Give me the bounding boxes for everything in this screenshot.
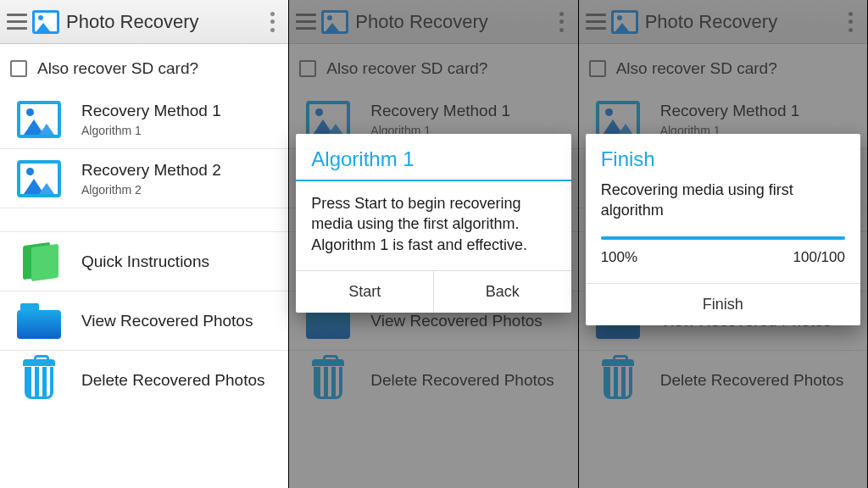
view-label: View Recovered Photos xyxy=(81,312,253,330)
sd-card-checkbox-row[interactable]: Also recover SD card? xyxy=(0,44,288,90)
sd-card-label: Also recover SD card? xyxy=(37,59,198,78)
progress-bar xyxy=(601,236,845,240)
menu-icon[interactable] xyxy=(7,12,27,32)
dialog-body: Recovering media using first algorithm 1… xyxy=(586,175,860,283)
start-button[interactable]: Start xyxy=(296,271,434,313)
progress-dialog: Finish Recovering media using first algo… xyxy=(586,134,860,325)
delete-recovered-row[interactable]: Delete Recovered Photos xyxy=(0,351,288,410)
method-1-sub: Algorithm 1 xyxy=(81,124,221,137)
book-icon xyxy=(19,242,58,281)
progress-count: 100/100 xyxy=(793,248,845,268)
dialog-title: Algorithm 1 xyxy=(296,134,570,180)
titlebar: Photo Recovery xyxy=(0,0,288,44)
dialog-title: Finish xyxy=(586,134,860,175)
dialog-button-row: Start Back xyxy=(296,270,570,313)
quick-instructions-row[interactable]: Quick Instructions xyxy=(0,232,288,291)
algorithm-dialog: Algorithm 1 Press Start to begin recover… xyxy=(296,134,570,313)
delete-label: Delete Recovered Photos xyxy=(81,371,265,390)
photo-icon xyxy=(17,160,61,197)
app-logo-icon xyxy=(32,10,59,34)
photo-icon xyxy=(17,101,61,138)
method-1-row[interactable]: Recovery Method 1 Algorithm 1 xyxy=(0,90,288,149)
dialog-button-row: Finish xyxy=(586,283,860,325)
section-gap xyxy=(0,208,288,232)
screen-start-dialog: Photo Recovery Also recover SD card? Rec… xyxy=(289,0,578,488)
content: Also recover SD card? Recovery Method 1 … xyxy=(0,44,288,488)
method-2-title: Recovery Method 2 xyxy=(81,161,221,180)
trash-icon xyxy=(19,359,58,402)
checkbox-icon[interactable] xyxy=(10,60,27,77)
back-button[interactable]: Back xyxy=(434,271,571,313)
screen-base: Photo Recovery Also recover SD card? Rec… xyxy=(0,0,289,488)
progress-values: 100% 100/100 xyxy=(601,248,845,268)
instructions-label: Quick Instructions xyxy=(81,252,209,271)
finish-button[interactable]: Finish xyxy=(586,284,860,325)
folder-icon xyxy=(17,303,61,339)
dialog-body: Press Start to begin recovering media us… xyxy=(296,181,570,270)
view-recovered-row[interactable]: View Recovered Photos xyxy=(0,291,288,351)
overflow-icon[interactable] xyxy=(264,10,280,34)
app-title: Photo Recovery xyxy=(66,11,199,33)
progress-message: Recovering media using first algorithm xyxy=(601,180,845,221)
screen-finish-dialog: Photo Recovery Also recover SD card? Rec… xyxy=(579,0,868,488)
progress-percent: 100% xyxy=(601,248,637,268)
method-1-title: Recovery Method 1 xyxy=(81,102,221,120)
method-2-sub: Algorithm 2 xyxy=(81,183,221,197)
method-2-row[interactable]: Recovery Method 2 Algorithm 2 xyxy=(0,149,288,208)
